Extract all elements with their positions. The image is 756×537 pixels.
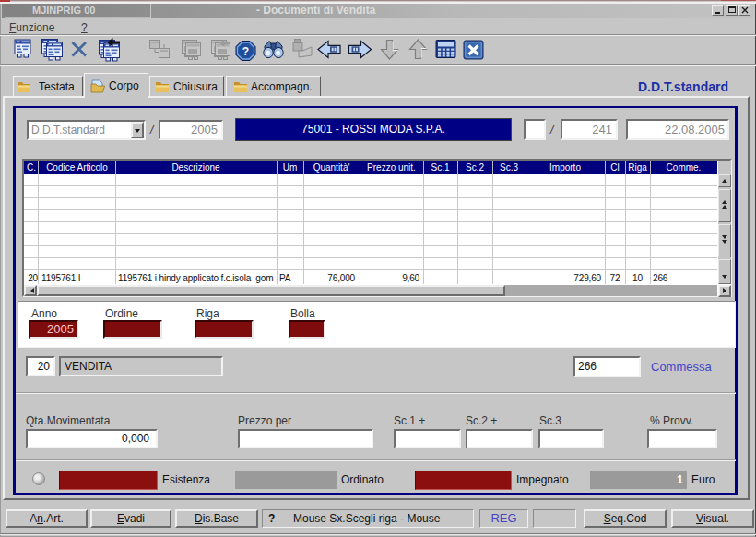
svg-text:?: ? xyxy=(242,45,249,58)
